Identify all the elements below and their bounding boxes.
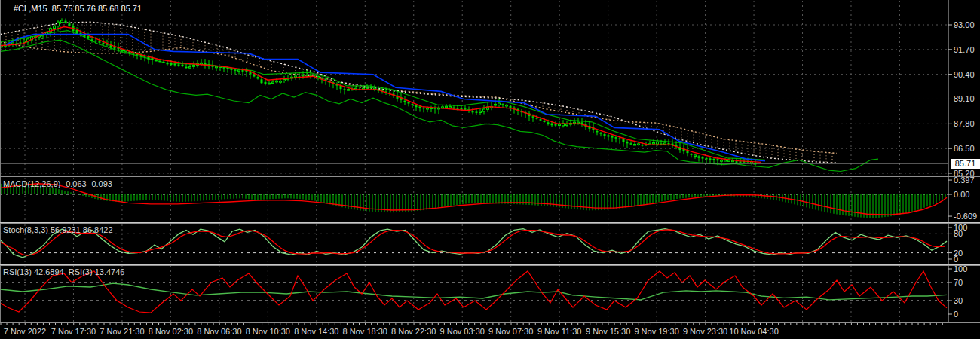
current-price-tag: 85.71 bbox=[951, 159, 980, 169]
scale-tick-label: -0.609 bbox=[954, 212, 977, 221]
scale-tick-label: 90.40 bbox=[954, 71, 975, 79]
time-axis-label: 10 Nov 04:30 bbox=[705, 327, 803, 336]
panel-separator[interactable] bbox=[0, 222, 980, 224]
panel-separator[interactable] bbox=[0, 264, 980, 266]
stoch-indicator-label: Stoch(8,3,3) 56.9231 86.8422 bbox=[3, 225, 113, 234]
scale-tick-label: 0.397 bbox=[954, 176, 975, 185]
scale-tick-label: 30 bbox=[954, 297, 963, 305]
scale-tick-label: 87.80 bbox=[954, 120, 975, 128]
scale-tick-label: 80 bbox=[954, 230, 963, 238]
mt4-chart-window: #CL,M15 85.75 85.76 85.68 85.71 MACD(12,… bbox=[0, 0, 980, 339]
scale-tick-label: 0 bbox=[954, 310, 958, 319]
macd-indicator-label: MACD(12,26,9) -0.063 -0.093 bbox=[3, 179, 112, 188]
scale-tick-label: 100 bbox=[954, 265, 967, 273]
scale-tick-label: 0 bbox=[954, 255, 958, 264]
scale-tick-label: 70 bbox=[954, 279, 963, 287]
chart-canvas[interactable] bbox=[0, 0, 980, 339]
scale-tick-label: 89.10 bbox=[954, 95, 975, 103]
chart-title: #CL,M15 85.75 85.76 85.68 85.71 bbox=[14, 4, 142, 13]
scale-tick-label: 91.70 bbox=[954, 46, 975, 54]
time-axis[interactable]: 7 Nov 20227 Nov 17:307 Nov 21:308 Nov 02… bbox=[0, 322, 980, 339]
ohlc-values: 85.75 85.76 85.68 85.71 bbox=[47, 4, 142, 13]
rsi-indicator-label: RSI(13) 42.6894 RSI(3) 13.4746 bbox=[3, 267, 124, 276]
symbol-period-label: #CL,M15 bbox=[14, 4, 47, 13]
scale-tick-label: 0.00 bbox=[954, 191, 969, 199]
scale-tick-label: 93.00 bbox=[954, 21, 975, 29]
scale-tick-label: 86.50 bbox=[954, 145, 975, 153]
panel-separator[interactable] bbox=[0, 176, 980, 177]
